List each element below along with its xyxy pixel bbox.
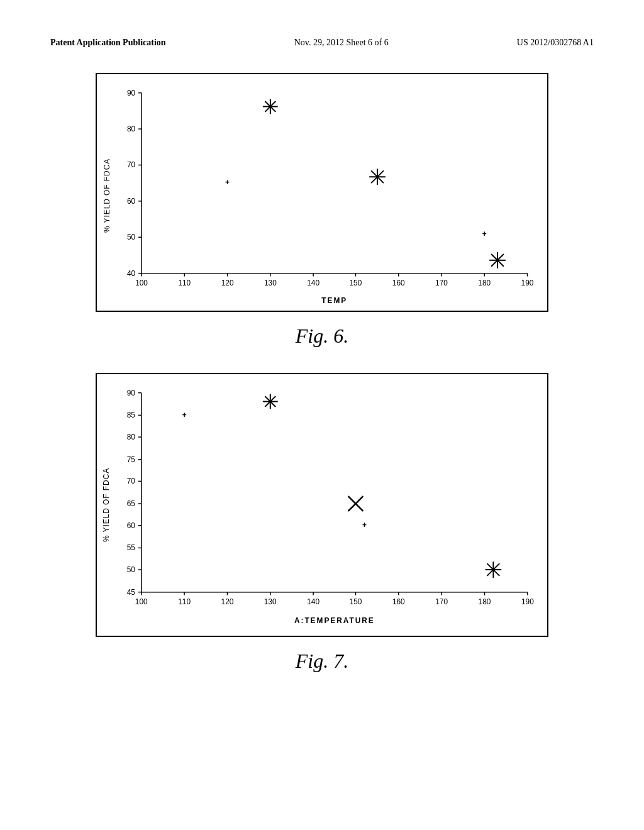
- publication-title: Patent Application Publication: [50, 38, 166, 48]
- svg-text:190: 190: [521, 279, 534, 287]
- svg-text:140: 140: [307, 597, 319, 606]
- svg-text:50: 50: [127, 565, 136, 574]
- figure6-label: Fig. 6.: [296, 324, 348, 348]
- svg-text:+: +: [362, 521, 367, 529]
- svg-text:170: 170: [435, 597, 448, 606]
- svg-text:80: 80: [127, 433, 136, 441]
- svg-text:40: 40: [127, 269, 136, 278]
- datapoint-fig6-xplus1: [369, 169, 386, 185]
- svg-text:50: 50: [127, 233, 136, 241]
- svg-text:+: +: [225, 178, 230, 187]
- datapoint-fig7-x: [348, 496, 364, 511]
- svg-text:70: 70: [127, 160, 136, 169]
- svg-text:A:TEMPERATURE: A:TEMPERATURE: [294, 616, 375, 625]
- chart-fig7: % YIELD OF FDCA 90 85 80: [96, 373, 548, 637]
- svg-text:75: 75: [127, 455, 136, 464]
- svg-text:60: 60: [127, 521, 136, 530]
- svg-text:90: 90: [127, 389, 136, 397]
- svg-text:170: 170: [435, 279, 448, 287]
- svg-text:130: 130: [264, 597, 277, 606]
- svg-text:110: 110: [178, 279, 191, 287]
- datapoint-fig6-xplus2: [489, 252, 506, 268]
- figure7-label: Fig. 7.: [296, 650, 348, 673]
- chart-section-fig6: % YIELD OF FDCA 90 80: [83, 73, 561, 373]
- svg-text:70: 70: [127, 477, 136, 485]
- svg-text:120: 120: [221, 279, 234, 287]
- svg-text:110: 110: [178, 597, 191, 606]
- publication-number: US 2012/0302768 A1: [517, 38, 594, 48]
- svg-text:100: 100: [135, 597, 148, 606]
- svg-text:190: 190: [521, 597, 534, 606]
- svg-text:TEMP: TEMP: [321, 296, 347, 305]
- svg-text:120: 120: [221, 597, 234, 606]
- datapoint-fig7-xplus: [486, 562, 502, 578]
- datapoint-fig7-asterisk: [263, 394, 278, 409]
- svg-text:100: 100: [135, 279, 148, 287]
- svg-text:180: 180: [478, 279, 491, 287]
- svg-text:60: 60: [127, 197, 136, 206]
- svg-text:45: 45: [127, 588, 136, 597]
- y-axis-label-fig7: % YIELD OF FDCA: [102, 468, 111, 542]
- svg-text:150: 150: [350, 597, 362, 606]
- svg-text:+: +: [182, 411, 187, 419]
- page-header: Patent Application Publication Nov. 29, …: [50, 38, 594, 48]
- svg-text:160: 160: [392, 597, 405, 606]
- svg-text:65: 65: [127, 499, 136, 508]
- publication-date-sheet: Nov. 29, 2012 Sheet 6 of 6: [294, 38, 389, 48]
- svg-text:55: 55: [127, 543, 136, 552]
- page: Patent Application Publication Nov. 29, …: [0, 0, 644, 830]
- chart-fig6: % YIELD OF FDCA 90 80: [96, 73, 548, 312]
- svg-text:150: 150: [350, 279, 362, 287]
- charts-wrapper: % YIELD OF FDCA 90 80: [50, 73, 594, 698]
- svg-text:90: 90: [127, 89, 136, 97]
- svg-text:180: 180: [479, 597, 491, 606]
- svg-text:85: 85: [127, 411, 136, 419]
- svg-text:130: 130: [264, 279, 277, 287]
- svg-text:160: 160: [392, 279, 405, 287]
- chart-section-fig7: % YIELD OF FDCA 90 85 80: [83, 373, 561, 698]
- svg-text:140: 140: [307, 279, 319, 287]
- svg-text:80: 80: [127, 124, 136, 133]
- y-axis-label-fig6: % YIELD OF FDCA: [103, 158, 111, 233]
- svg-text:+: +: [482, 230, 487, 238]
- datapoint-fig6-asterisk: [263, 99, 278, 114]
